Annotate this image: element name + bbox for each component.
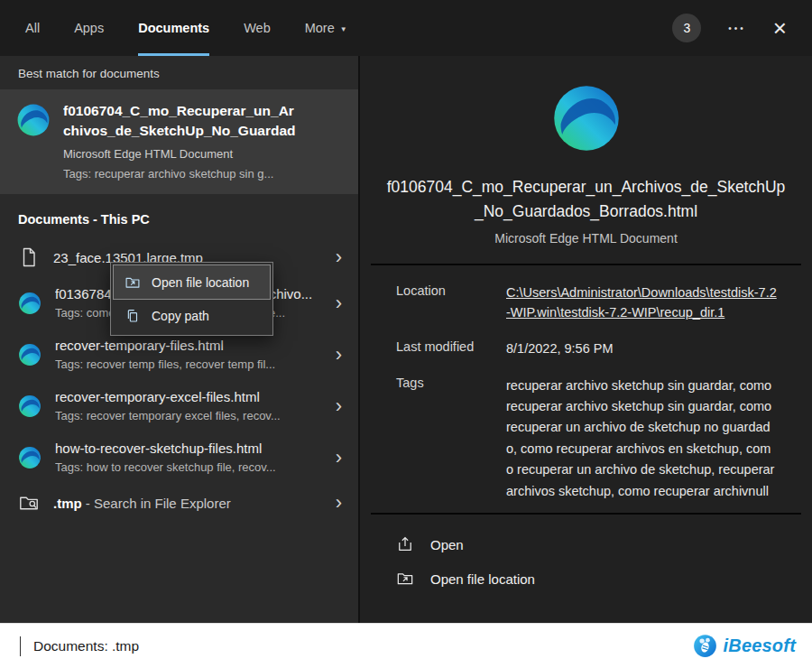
open-icon [396,535,414,553]
chevron-right-icon[interactable] [332,448,346,468]
context-menu: Open file location Copy path [110,262,273,336]
ibeesoft-brand-text: iBeesoft [723,636,796,656]
tab-web-label: Web [244,21,271,35]
menu-item-open-file-location[interactable]: Open file location [114,265,270,299]
tab-documents-label: Documents [138,21,209,35]
search-tabs: All Apps Documents Web More [25,0,347,56]
more-options-icon[interactable] [728,23,746,33]
tab-apps[interactable]: Apps [74,0,104,56]
preview-title: f0106704_C_mo_Recuperar_un_Archivos_de_S… [384,175,789,224]
search-suffix-text: - Search in File Explorer [82,496,231,511]
text-cursor [20,636,21,656]
ibeesoft-watermark: iBeesoft [693,634,796,658]
menu-item-copy-path[interactable]: Copy path [114,299,270,332]
search-top-bar: All Apps Documents Web More 3 [0,0,812,56]
folder-arrow-icon [396,570,414,588]
tab-all-label: All [25,21,40,35]
chevron-right-icon[interactable] [332,345,346,365]
list-item-text: recover-temporary-excel-files.html Tags:… [55,389,318,422]
search-input[interactable]: Documents: .tmp [33,638,693,654]
list-item-title: recover-temporary-files.html [55,338,318,353]
list-item-text: .tmp - Search in File Explorer [53,496,318,511]
list-item[interactable]: how-to-recover-sketchup-files.html Tags:… [0,431,358,483]
location-link[interactable]: C:\Users\Administrator\Downloads\testdis… [506,283,778,323]
tab-all[interactable]: All [25,0,40,56]
list-item-text: how-to-recover-sketchup-files.html Tags:… [55,441,318,474]
action-open-file-location[interactable]: Open file location [396,561,776,596]
detail-label-location: Location [396,283,506,298]
chevron-right-icon[interactable] [332,247,346,267]
list-item-tags: Tags: recover temp files, recover temp f… [55,357,318,371]
list-item[interactable]: recover-temporary-files.html Tags: recov… [0,329,358,380]
topbar-right-cluster: 3 [672,14,787,42]
chevron-right-icon[interactable] [332,293,346,313]
edge-icon [16,103,51,137]
last-modified-value: 8/1/2022, 9:56 PM [506,339,778,359]
results-panel: Best match for documents f0106704_C_mo_R… [0,56,358,623]
tags-value: recuperar archivo sketchup sin guardar, … [506,376,778,503]
notification-badge[interactable]: 3 [672,14,701,42]
menu-item-label: Copy path [152,309,209,323]
list-item-tags: Tags: recover temporary excel files, rec… [55,409,318,422]
best-match-item[interactable]: f0106704_C_mo_Recuperar_un_Archivos_de_S… [0,89,358,194]
tab-documents[interactable]: Documents [138,0,209,56]
folder-arrow-icon [125,274,141,291]
chevron-down-icon [340,25,347,33]
list-item[interactable]: recover-temporary-excel-files.html Tags:… [0,380,358,431]
copy-icon [125,308,141,324]
tab-web[interactable]: Web [244,0,271,56]
search-query-text: .tmp [53,496,82,511]
ibeesoft-logo-icon [693,634,717,658]
detail-label-tags: Tags [396,376,506,390]
best-match-tags: Tags: recuperar archivo sketchup sin g..… [63,167,334,181]
tab-apps-label: Apps [74,21,104,35]
edge-icon [18,394,42,418]
preview-header: f0106704_C_mo_Recuperar_un_Archivos_de_S… [360,56,812,264]
section-header-documents: Documents - This PC [0,194,358,237]
edge-icon [18,446,42,469]
chevron-right-icon[interactable] [332,396,346,416]
action-open-file-location-label: Open file location [430,571,535,587]
preview-subtitle: Microsoft Edge HTML Document [360,231,812,264]
search-in-explorer-item[interactable]: .tmp - Search in File Explorer [0,483,358,523]
edge-icon [18,343,42,366]
search-bar: Documents: .tmp iBeesoft [0,623,812,668]
best-match-text: f0106704_C_mo_Recuperar_un_Archivos_de_S… [63,101,334,181]
edge-icon [551,83,622,153]
search-item-title: .tmp - Search in File Explorer [53,496,317,511]
file-explorer-search-icon [18,492,40,514]
preview-actions: Open Open file location [360,515,812,601]
list-item-text: recover-temporary-files.html Tags: recov… [55,338,318,371]
tab-more[interactable]: More [305,0,347,56]
close-icon[interactable] [773,16,787,40]
tab-more-label: More [305,21,335,35]
file-details: Location C:\Users\Administrator\Download… [360,265,812,513]
edge-icon [18,292,42,315]
chevron-right-icon[interactable] [332,493,346,513]
preview-panel: f0106704_C_mo_Recuperar_un_Archivos_de_S… [358,56,812,623]
document-icon [18,246,40,268]
action-open[interactable]: Open [396,527,776,561]
detail-label-last-modified: Last modified [396,339,506,354]
list-item-tags: Tags: how to recover sketchup file, reco… [55,460,318,474]
best-match-header: Best match for documents [0,56,358,89]
menu-item-label: Open file location [152,275,249,290]
list-item-title: recover-temporary-excel-files.html [55,389,318,404]
action-open-label: Open [430,537,464,552]
best-match-title: f0106704_C_mo_Recuperar_un_Archivos_de_S… [63,101,296,141]
list-item-title: how-to-recover-sketchup-files.html [55,441,318,456]
best-match-subtitle: Microsoft Edge HTML Document [63,147,334,161]
